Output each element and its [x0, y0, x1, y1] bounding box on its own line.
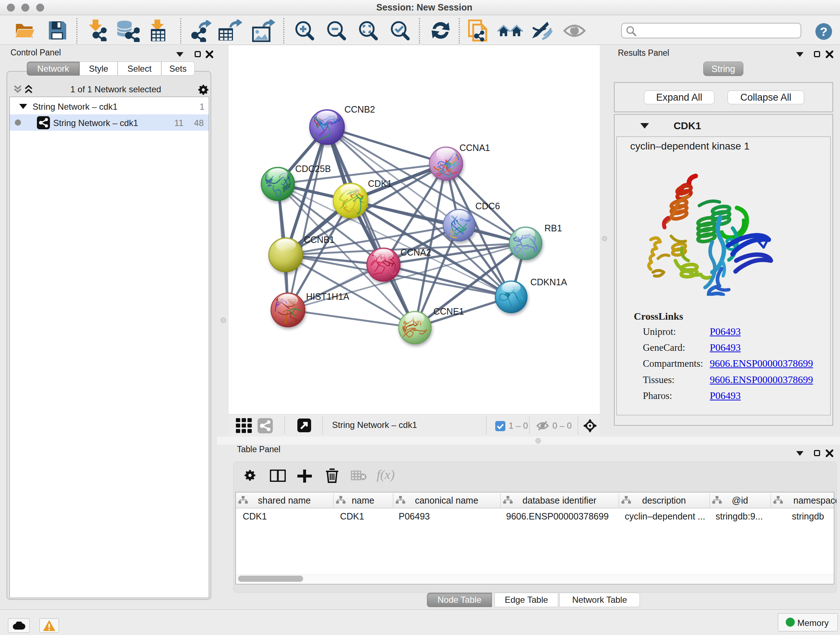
svg-text:CCNE1: CCNE1: [433, 306, 464, 317]
svg-text:CDC6: CDC6: [475, 201, 500, 211]
svg-text:RB1: RB1: [545, 223, 562, 233]
svg-text:CDKN1A: CDKN1A: [531, 277, 567, 287]
svg-text:HIST1H1A: HIST1H1A: [306, 291, 349, 302]
svg-text:CDC25B: CDC25B: [295, 164, 331, 174]
svg-text:CCNB2: CCNB2: [344, 104, 375, 114]
svg-text:CCNA1: CCNA1: [459, 143, 490, 153]
svg-text:CCNB1: CCNB1: [304, 234, 335, 245]
svg-text:CCNA2: CCNA2: [401, 247, 431, 257]
svg-text:CDK1: CDK1: [368, 179, 392, 188]
